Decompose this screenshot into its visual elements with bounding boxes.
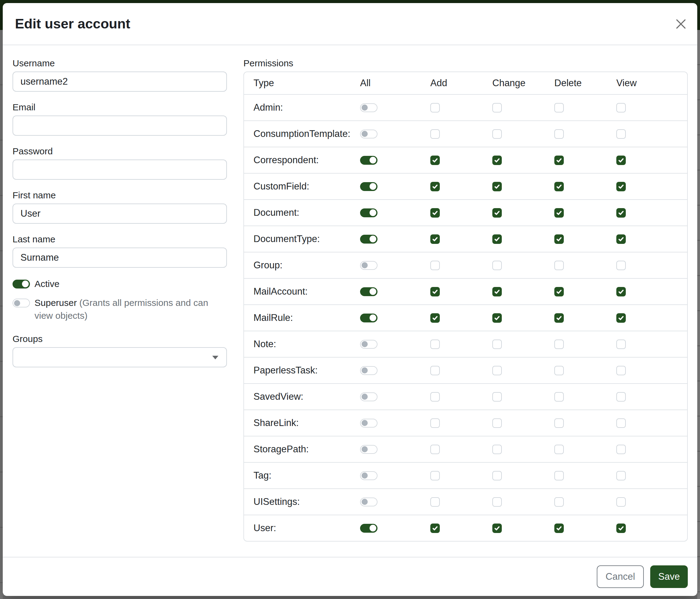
last-name-field[interactable] — [12, 247, 227, 268]
superuser-toggle[interactable] — [12, 298, 30, 308]
permission-toggle-all[interactable] — [360, 392, 377, 401]
permission-checkbox-change[interactable] — [492, 524, 502, 533]
permission-checkbox-delete[interactable] — [554, 208, 564, 218]
permission-checkbox-delete[interactable] — [554, 445, 564, 454]
permission-checkbox-delete[interactable] — [554, 287, 564, 296]
permission-toggle-all[interactable] — [360, 235, 377, 244]
permission-checkbox-view[interactable] — [616, 155, 626, 165]
permission-checkbox-add[interactable] — [430, 313, 440, 323]
permission-checkbox-add[interactable] — [430, 497, 440, 507]
permission-checkbox-add[interactable] — [430, 339, 440, 349]
permission-checkbox-change[interactable] — [492, 182, 502, 191]
permission-checkbox-view[interactable] — [616, 366, 626, 375]
permission-toggle-all[interactable] — [360, 340, 377, 349]
permission-checkbox-add[interactable] — [430, 471, 440, 480]
permission-checkbox-change[interactable] — [492, 261, 502, 270]
permission-checkbox-add[interactable] — [430, 366, 440, 375]
permission-checkbox-change[interactable] — [492, 129, 502, 139]
permission-checkbox-delete[interactable] — [554, 339, 564, 349]
permission-checkbox-view[interactable] — [616, 261, 626, 270]
permission-checkbox-change[interactable] — [492, 366, 502, 375]
permission-toggle-all[interactable] — [360, 445, 377, 454]
permission-checkbox-delete[interactable] — [554, 418, 564, 428]
permission-checkbox-change[interactable] — [492, 445, 502, 454]
permission-checkbox-change[interactable] — [492, 234, 502, 244]
permission-checkbox-delete[interactable] — [554, 366, 564, 375]
permission-checkbox-view[interactable] — [616, 208, 626, 218]
toggle-knob — [361, 393, 368, 400]
permission-toggle-all[interactable] — [360, 314, 377, 322]
permission-checkbox-add[interactable] — [430, 261, 440, 270]
permission-checkbox-change[interactable] — [492, 103, 502, 113]
permission-checkbox-delete[interactable] — [554, 103, 564, 113]
permission-toggle-all[interactable] — [360, 366, 377, 375]
groups-select[interactable] — [12, 347, 227, 367]
permission-checkbox-delete[interactable] — [554, 182, 564, 191]
permission-row: ShareLink: — [244, 409, 687, 436]
permission-checkbox-view[interactable] — [616, 103, 626, 113]
permission-toggle-all[interactable] — [360, 471, 377, 480]
permission-checkbox-view[interactable] — [616, 524, 626, 533]
permission-checkbox-add[interactable] — [430, 129, 440, 139]
permission-toggle-all[interactable] — [360, 498, 377, 506]
permission-checkbox-change[interactable] — [492, 313, 502, 323]
permission-checkbox-view[interactable] — [616, 471, 626, 480]
permission-checkbox-delete[interactable] — [554, 313, 564, 323]
permission-checkbox-change[interactable] — [492, 497, 502, 507]
permission-checkbox-add[interactable] — [430, 392, 440, 402]
permission-toggle-all[interactable] — [360, 287, 377, 296]
permission-checkbox-delete[interactable] — [554, 129, 564, 139]
permission-toggle-all[interactable] — [360, 103, 377, 112]
permission-checkbox-add[interactable] — [430, 155, 440, 165]
permission-checkbox-add[interactable] — [430, 182, 440, 191]
permission-toggle-all[interactable] — [360, 524, 377, 533]
permission-checkbox-view[interactable] — [616, 287, 626, 296]
permission-checkbox-view[interactable] — [616, 234, 626, 244]
permission-checkbox-change[interactable] — [492, 208, 502, 218]
close-button[interactable] — [671, 14, 691, 33]
permission-checkbox-view[interactable] — [616, 392, 626, 402]
permission-checkbox-change[interactable] — [492, 287, 502, 296]
permission-checkbox-add[interactable] — [430, 234, 440, 244]
permission-checkbox-delete[interactable] — [554, 261, 564, 270]
permission-toggle-all[interactable] — [360, 182, 377, 191]
permission-checkbox-add[interactable] — [430, 103, 440, 113]
permission-checkbox-add[interactable] — [430, 208, 440, 218]
permission-checkbox-add[interactable] — [430, 524, 440, 533]
password-field[interactable] — [12, 160, 227, 180]
permission-checkbox-delete[interactable] — [554, 155, 564, 165]
permission-checkbox-change[interactable] — [492, 392, 502, 402]
permission-checkbox-view[interactable] — [616, 339, 626, 349]
permission-toggle-all[interactable] — [360, 209, 377, 217]
permission-checkbox-view[interactable] — [616, 129, 626, 139]
permission-checkbox-view[interactable] — [616, 182, 626, 191]
permission-toggle-all[interactable] — [360, 129, 377, 139]
permission-checkbox-view[interactable] — [616, 313, 626, 323]
permission-checkbox-change[interactable] — [492, 471, 502, 480]
permission-toggle-all[interactable] — [360, 419, 377, 428]
username-input[interactable] — [12, 72, 227, 92]
cancel-button[interactable]: Cancel — [597, 566, 644, 588]
permission-checkbox-delete[interactable] — [554, 471, 564, 480]
toggle-knob — [14, 300, 20, 306]
save-button[interactable]: Save — [650, 566, 688, 588]
permission-checkbox-delete[interactable] — [554, 234, 564, 244]
permission-checkbox-change[interactable] — [492, 339, 502, 349]
permission-toggle-all[interactable] — [360, 156, 377, 165]
permission-checkbox-change[interactable] — [492, 418, 502, 428]
permission-checkbox-view[interactable] — [616, 418, 626, 428]
permission-checkbox-change[interactable] — [492, 155, 502, 165]
permission-checkbox-delete[interactable] — [554, 497, 564, 507]
first-name-field[interactable] — [12, 203, 227, 224]
permission-checkbox-delete[interactable] — [554, 392, 564, 402]
active-toggle[interactable] — [12, 280, 30, 288]
permission-checkbox-add[interactable] — [430, 445, 440, 454]
permission-checkbox-view[interactable] — [616, 445, 626, 454]
dimmed-page-scrollbar[interactable] — [697, 30, 700, 599]
email-field[interactable] — [12, 116, 227, 136]
permission-checkbox-delete[interactable] — [554, 524, 564, 533]
permission-checkbox-add[interactable] — [430, 287, 440, 296]
permission-checkbox-add[interactable] — [430, 418, 440, 428]
permission-toggle-all[interactable] — [360, 261, 377, 270]
permission-checkbox-view[interactable] — [616, 497, 626, 507]
